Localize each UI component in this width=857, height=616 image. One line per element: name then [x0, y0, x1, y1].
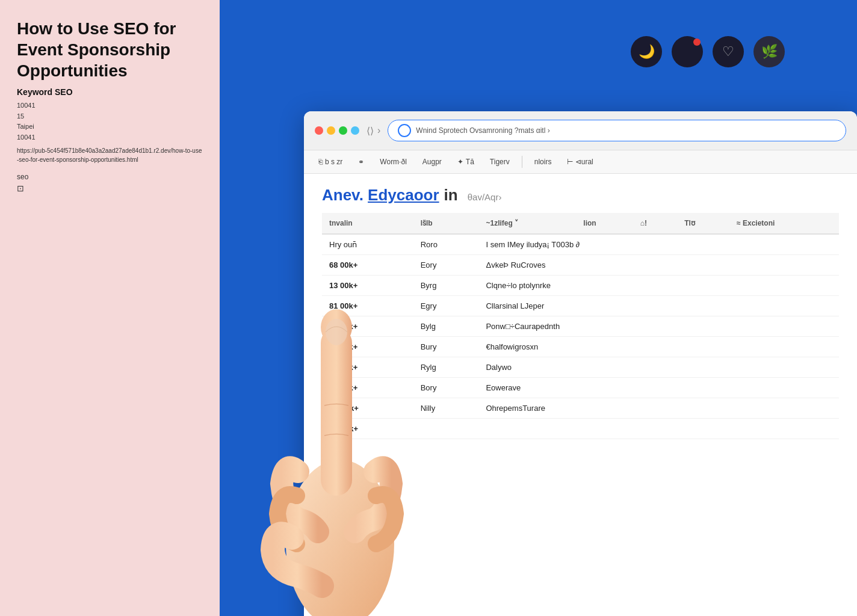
toolbar-label-1: b s zr: [325, 158, 342, 166]
vol-2: 13 00k+: [322, 276, 413, 296]
diff-1: Eory: [413, 255, 479, 276]
toolbar-item-worm[interactable]: Worm·ðl: [376, 155, 410, 168]
toolbar-icon-2: ⚭: [358, 158, 364, 166]
top-icon-4: 🌿: [753, 36, 785, 67]
meta-line4: 10041: [17, 134, 36, 141]
seo-tag: seo: [17, 173, 203, 181]
toolbar-item-1[interactable]: ⎗ b s zr: [315, 155, 346, 168]
address-bar-icon: [398, 124, 411, 137]
toolbar-sep: [522, 156, 522, 168]
content-title-blue: Anev. Edycaoor: [322, 186, 439, 205]
keyword-8: OhrepemsTurare: [478, 398, 839, 419]
toolbar-icon-1: ⎗: [318, 158, 323, 166]
vol-9: 8F 00k+: [322, 419, 413, 439]
diff-3: Egry: [413, 296, 479, 316]
tl-red[interactable]: [315, 126, 323, 135]
keyword-6: Dalywo: [478, 357, 839, 378]
toolbar-label-worm: Worm·ðl: [380, 158, 406, 166]
top-icon-3: ♡: [713, 36, 744, 67]
table-row: 8F 00k+: [322, 419, 839, 439]
keyword-1: ΔvkeÞ RuCroves: [478, 255, 839, 276]
toolbar-label-ural: ⊢ ⊲ural: [567, 158, 593, 166]
vol-5: 62 00k+: [322, 337, 413, 357]
col-header-7: ≈ Excietoni: [729, 213, 839, 234]
table-body: Hry oun̄ Roro I sem IMey iludya¡ T003b ∂…: [322, 234, 839, 439]
diff-5: Bury: [413, 337, 479, 357]
toolbar-item-ural[interactable]: ⊢ ⊲ural: [563, 155, 596, 168]
keyword-4: Ponw□÷Caurapednth: [478, 316, 839, 337]
content-header: Anev. Edycaoor in θav/Aqr›: [322, 186, 839, 205]
traffic-lights: [315, 126, 359, 135]
diff-2: Byrg: [413, 276, 479, 296]
table-row: 17 00k+ Rylg Dalywo: [322, 357, 839, 378]
diff-4: Bylg: [413, 316, 479, 337]
diff-7: Bory: [413, 378, 479, 398]
address-bar[interactable]: Wnind Sprotech Ovsamroning ?mats αitl ›: [388, 120, 846, 141]
meta-line3: Taipei: [17, 123, 34, 130]
toolbar-icon-ta: ✦: [457, 158, 463, 166]
data-table: tnvalin ls̈lb ~1zlifeg ˅ lion ⌂! Tlʊ ≈ E…: [322, 213, 839, 439]
vol-4: 80 00k+: [322, 316, 413, 337]
table-row: S0 00k+ Nilly OhrepemsTurare: [322, 398, 839, 419]
keyword-2: Clqne÷lo ptolynrke: [478, 276, 839, 296]
keyword-label: Keyword SEO: [17, 87, 203, 97]
top-icon-1: 🌙: [631, 36, 662, 67]
icon-symbol: ⊡: [17, 183, 203, 193]
browser-toolbar: ⎗ b s zr ⚭ Worm·ðl Augpr ✦ Tā Tigerv nlo…: [304, 150, 857, 174]
tl-green[interactable]: [339, 126, 347, 135]
toolbar-label-tigerv: Tigerv: [490, 158, 510, 166]
table-row: 13 00k+ Byrg Clqne÷lo ptolynrke: [322, 276, 839, 296]
vol-7: 32 00k+: [322, 378, 413, 398]
content-title-in: in: [444, 186, 458, 205]
toolbar-item-2[interactable]: ⚭: [354, 155, 368, 168]
meta-line2: 15: [17, 112, 24, 120]
toolbar-label-ta: Tā: [466, 158, 474, 166]
subheader-2: Roro: [413, 234, 479, 255]
meta-line1: 10041: [17, 102, 36, 109]
col-header-1: tnvalin: [322, 213, 413, 234]
keyword-7: Eowerave: [478, 378, 839, 398]
nav-arrows: ⟨⟩ ›: [367, 125, 380, 137]
keyword-3: Cllarsinal LJeper: [478, 296, 839, 316]
subheader-3: I sem IMey iludya¡ T003b ∂: [478, 234, 839, 255]
toolbar-item-ta[interactable]: ✦ Tā: [454, 155, 478, 168]
page-url: https://pub-5c454f571b8e40a3a2aad27ade84…: [17, 146, 203, 164]
col-header-4: lion: [576, 213, 633, 234]
diff-6: Rylg: [413, 357, 479, 378]
toolbar-item-augpr[interactable]: Augpr: [419, 155, 445, 168]
vol-1: 68 00k+: [322, 255, 413, 276]
col-header-5: ⌂!: [633, 213, 677, 234]
page-title: How to Use SEO for Event Sponsorship Opp…: [17, 18, 203, 81]
tl-yellow[interactable]: [327, 126, 335, 135]
keyword-9: [413, 419, 839, 439]
content-subtitle: θav/Aqr›: [468, 192, 502, 202]
toolbar-item-tigerv[interactable]: Tigerv: [486, 155, 513, 168]
left-panel: How to Use SEO for Event Sponsorship Opp…: [0, 0, 220, 616]
vol-8: S0 00k+: [322, 398, 413, 419]
col-header-3: ~1zlifeg ˅: [478, 213, 576, 234]
table-row: 81 00k+ Egry Cllarsinal LJeper: [322, 296, 839, 316]
forward-icon[interactable]: ›: [377, 125, 380, 136]
table-row: 32 00k+ Bory Eowerave: [322, 378, 839, 398]
col-header-2: ls̈lb: [413, 213, 479, 234]
right-area: 🌙 ♡ 🌿 ⟨⟩ › Wnind Sprotech Ovsamroning ?m…: [220, 0, 857, 616]
vol-3: 81 00k+: [322, 296, 413, 316]
table-subheader-row: Hry oun̄ Roro I sem IMey iludya¡ T003b ∂: [322, 234, 839, 255]
browser-window: ⟨⟩ › Wnind Sprotech Ovsamroning ?mats αi…: [304, 111, 857, 616]
address-bar-text: Wnind Sprotech Ovsamroning ?mats αitl ›: [416, 126, 836, 135]
subheader-1: Hry oun̄: [322, 234, 413, 255]
toolbar-label-nloirs: nloirs: [534, 158, 552, 166]
tl-blue[interactable]: [351, 126, 359, 135]
keyword-5: €halfowigrosxn: [478, 337, 839, 357]
toolbar-item-nloirs[interactable]: nloirs: [531, 155, 555, 168]
browser-chrome: ⟨⟩ › Wnind Sprotech Ovsamroning ?mats αi…: [304, 111, 857, 150]
back-icon[interactable]: ⟨⟩: [367, 125, 374, 137]
toolbar-label-augpr: Augpr: [422, 158, 442, 166]
browser-content: Anev. Edycaoor in θav/Aqr› tnvalin ls̈lb…: [304, 174, 857, 451]
table-row: 68 00k+ Eory ΔvkeÞ RuCroves: [322, 255, 839, 276]
col-header-6: Tlʊ: [677, 213, 729, 234]
top-icons: 🌙 ♡ 🌿: [631, 36, 785, 67]
vol-6: 17 00k+: [322, 357, 413, 378]
top-icon-2: [672, 36, 703, 67]
table-row: 80 00k+ Bylg Ponw□÷Caurapednth: [322, 316, 839, 337]
